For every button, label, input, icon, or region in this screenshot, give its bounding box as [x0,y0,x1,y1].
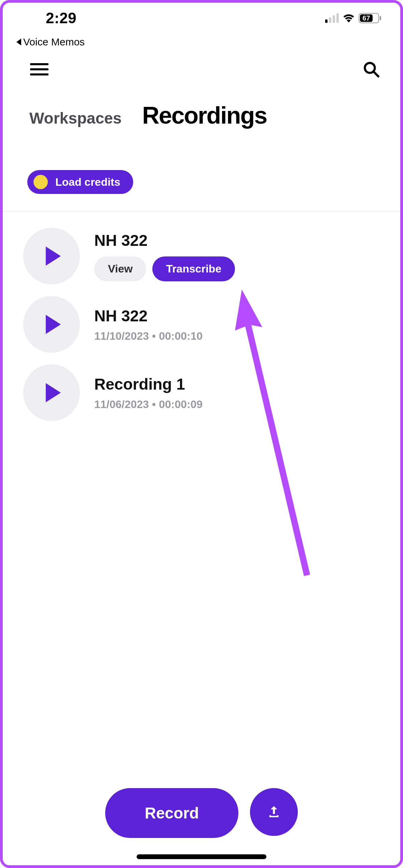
title-row: Workspaces Recordings [3,88,400,156]
recording-body: NH 322 View Transcribe [94,231,235,281]
battery-icon: 67 [359,13,381,23]
view-button[interactable]: View [94,256,146,281]
back-to-app-button[interactable]: Voice Memos [3,33,400,51]
play-button[interactable] [23,228,80,284]
upload-button[interactable] [250,788,298,836]
recording-title: NH 322 [94,231,235,250]
battery-level: 67 [360,14,373,22]
recording-title: NH 322 [94,307,203,325]
tab-workspaces[interactable]: Workspaces [29,109,122,127]
app-bar [3,51,400,88]
upload-icon [266,804,282,820]
credits-row: Load credits [3,156,400,211]
record-button[interactable]: Record [105,788,238,838]
device-frame: 2:29 67 Voice [0,0,403,868]
recording-body: NH 322 11/10/2023 • 00:00:10 [94,307,203,342]
recording-actions: View Transcribe [94,256,235,281]
back-to-app-label: Voice Memos [23,36,85,48]
recording-meta: 11/06/2023 • 00:00:09 [94,398,203,411]
play-icon [46,315,61,334]
page-title: Recordings [142,102,267,129]
play-icon [46,247,61,266]
wifi-icon [343,14,355,23]
recording-body: Recording 1 11/06/2023 • 00:00:09 [94,375,203,411]
svg-line-1 [374,72,378,76]
play-button[interactable] [23,296,80,353]
recording-item[interactable]: NH 322 11/10/2023 • 00:00:10 [23,296,380,353]
bottom-bar: Record [3,788,400,838]
screen: 2:29 67 Voice [3,3,400,865]
credits-dot-icon [33,175,48,189]
recording-title: Recording 1 [94,375,203,393]
load-credits-label: Load credits [55,176,120,188]
transcribe-button[interactable]: Transcribe [152,256,235,281]
play-icon [46,383,61,402]
recording-item[interactable]: NH 322 View Transcribe [23,228,380,284]
status-bar: 2:29 67 [3,3,400,33]
back-caret-icon [16,39,21,45]
recordings-list: NH 322 View Transcribe NH 322 11/10/2023… [3,211,400,421]
status-right: 67 [325,13,381,23]
recording-item[interactable]: Recording 1 11/06/2023 • 00:00:09 [23,364,380,421]
menu-icon[interactable] [30,63,48,75]
cellular-icon [325,13,339,23]
status-time: 2:29 [46,10,77,27]
home-indicator[interactable] [137,854,266,859]
load-credits-button[interactable]: Load credits [27,170,133,194]
recording-meta: 11/10/2023 • 00:00:10 [94,330,203,342]
search-icon[interactable] [363,61,380,78]
play-button[interactable] [23,364,80,421]
